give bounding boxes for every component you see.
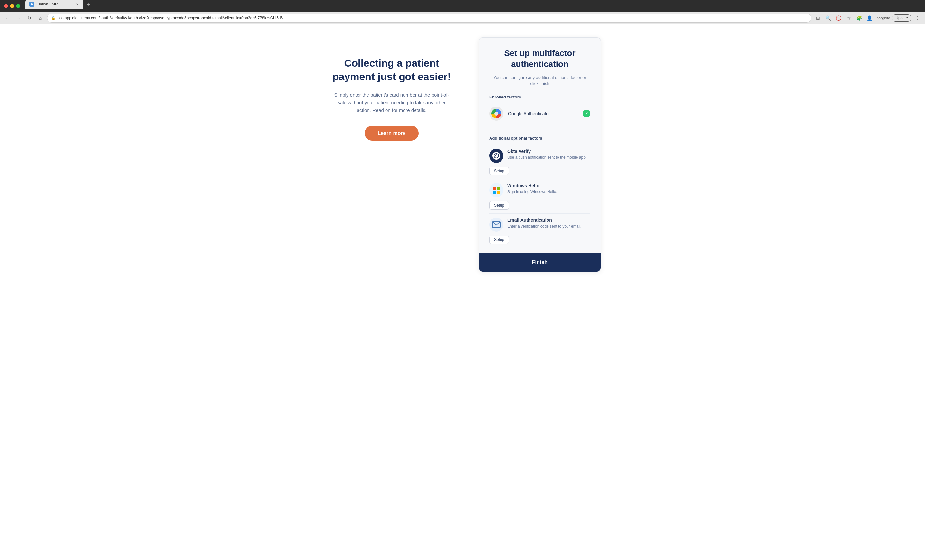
- okta-icon-inner: [493, 152, 500, 160]
- windows-logo: [493, 187, 500, 194]
- back-button[interactable]: ←: [3, 14, 12, 22]
- okta-desc: Use a push notification sent to the mobi…: [507, 155, 591, 160]
- url-text: sso.app.elationemr.com/oauth2/default/v1…: [58, 16, 807, 20]
- mfa-card: Set up multifactor authentication You ca…: [479, 38, 601, 272]
- enrolled-section: Enrolled factors Google Authenticator ✓: [489, 95, 591, 124]
- tab-title: Elation EMR: [36, 2, 73, 6]
- windows-setup-button[interactable]: Setup: [489, 201, 509, 210]
- mfa-title: Set up multifactor authentication: [489, 48, 591, 70]
- optional-section-label: Additional optional factors: [489, 136, 591, 141]
- google-auth-icon: [489, 107, 503, 121]
- okta-setup-button[interactable]: Setup: [489, 167, 509, 175]
- windows-icon: [489, 183, 503, 197]
- windows-q2: [497, 187, 500, 190]
- active-tab[interactable]: E Elation EMR ✕: [26, 0, 83, 9]
- google-auth-dot: [494, 112, 498, 116]
- forward-button[interactable]: →: [14, 14, 23, 22]
- minimize-traffic-light[interactable]: [10, 4, 14, 8]
- optional-section: Additional optional factors Okta Verify …: [489, 136, 591, 248]
- browser-tabs: E Elation EMR ✕ +: [26, 3, 93, 9]
- windows-desc: Sign in using Windows Hello.: [507, 189, 591, 195]
- toolbar-right: ⊞ 🔍 🚫 ☆ 🧩 👤 Incognito Update ⋮: [814, 14, 922, 22]
- windows-title: Windows Hello: [507, 183, 591, 188]
- windows-text: Windows Hello Sign in using Windows Hell…: [507, 183, 591, 195]
- section-divider: [489, 133, 591, 133]
- enrolled-checkmark: ✓: [583, 110, 591, 117]
- email-svg: [492, 221, 500, 228]
- email-icon: [489, 218, 503, 232]
- mfa-subtitle: You can configure any additional optiona…: [489, 74, 591, 87]
- search-button[interactable]: 🔍: [824, 14, 833, 22]
- learn-more-button[interactable]: Learn more: [365, 126, 418, 141]
- windows-header: Windows Hello Sign in using Windows Hell…: [489, 183, 591, 197]
- windows-q4: [497, 191, 500, 194]
- okta-text: Okta Verify Use a push notification sent…: [507, 149, 591, 160]
- traffic-lights: [4, 4, 20, 8]
- email-desc: Enter a verification code sent to your e…: [507, 224, 591, 229]
- email-setup-button[interactable]: Setup: [489, 236, 509, 244]
- bookmark-button[interactable]: ☆: [845, 14, 853, 22]
- email-auth-card: Email Authentication Enter a verificatio…: [489, 213, 591, 248]
- email-text: Email Authentication Enter a verificatio…: [507, 218, 591, 229]
- google-auth-inner: [491, 109, 501, 119]
- tab-close-button[interactable]: ✕: [75, 2, 80, 6]
- lock-icon: 🔒: [51, 16, 56, 20]
- new-tab-button[interactable]: +: [84, 0, 93, 9]
- okta-check: [494, 153, 499, 158]
- google-auth-name: Google Authenticator: [508, 111, 578, 116]
- finish-button[interactable]: Finish: [479, 253, 601, 272]
- promo-description: Simply enter the patient's card number a…: [330, 91, 453, 114]
- page-content: Collecting a patient payment just got ea…: [0, 24, 925, 560]
- maximize-traffic-light[interactable]: [16, 4, 20, 8]
- windows-q1: [493, 187, 496, 190]
- left-panel: Collecting a patient payment just got ea…: [324, 38, 459, 141]
- extensions-button[interactable]: 🧩: [855, 14, 863, 22]
- incognito-label: Incognito: [876, 16, 890, 20]
- address-bar[interactable]: 🔒 sso.app.elationemr.com/oauth2/default/…: [47, 14, 811, 23]
- windows-hello-card: Windows Hello Sign in using Windows Hell…: [489, 179, 591, 213]
- menu-button[interactable]: ⋮: [913, 14, 922, 22]
- email-title: Email Authentication: [507, 218, 591, 223]
- promo-title: Collecting a patient payment just got ea…: [324, 57, 459, 83]
- browser-toolbar: ← → ↻ ⌂ 🔒 sso.app.elationemr.com/oauth2/…: [0, 12, 925, 24]
- google-authenticator-row: Google Authenticator ✓: [489, 103, 591, 124]
- browser-chrome: E Elation EMR ✕ + ← → ↻ ⌂ 🔒 sso.app.elat…: [0, 0, 925, 24]
- home-button[interactable]: ⌂: [36, 14, 44, 22]
- okta-title: Okta Verify: [507, 149, 591, 154]
- profile-button[interactable]: 👤: [865, 14, 874, 22]
- reload-button[interactable]: ↻: [25, 14, 33, 22]
- email-header: Email Authentication Enter a verificatio…: [489, 218, 591, 232]
- windows-q3: [493, 191, 496, 194]
- update-button[interactable]: Update: [892, 15, 911, 21]
- browser-titlebar: E Elation EMR ✕ +: [0, 0, 925, 12]
- close-traffic-light[interactable]: [4, 4, 8, 8]
- tab-favicon: E: [29, 2, 35, 7]
- no-tracking-button[interactable]: 🚫: [835, 14, 843, 22]
- okta-icon: [489, 149, 503, 163]
- okta-verify-card: Okta Verify Use a push notification sent…: [489, 144, 591, 179]
- apps-button[interactable]: ⊞: [814, 14, 822, 22]
- okta-header: Okta Verify Use a push notification sent…: [489, 149, 591, 163]
- enrolled-section-label: Enrolled factors: [489, 95, 591, 99]
